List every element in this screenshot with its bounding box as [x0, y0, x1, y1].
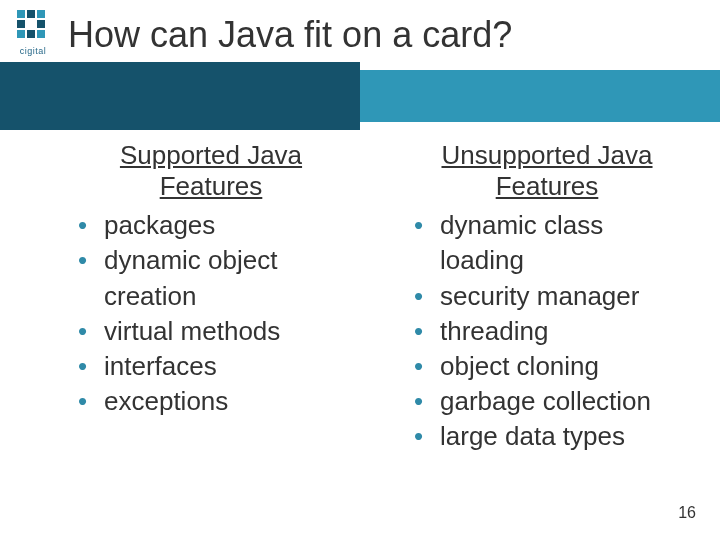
brand-logo: cigital [8, 8, 58, 58]
svg-rect-7 [37, 30, 45, 38]
content-area: Supported Java Features packages dynamic… [0, 140, 720, 454]
svg-rect-6 [27, 30, 35, 38]
list-item: security manager [414, 279, 680, 314]
list-item: garbage collection [414, 384, 680, 419]
list-item: dynamic object creation [78, 243, 344, 313]
list-item: large data types [414, 419, 680, 454]
slide-title: How can Java fit on a card? [68, 14, 512, 56]
logo-text: cigital [8, 46, 58, 56]
logo-mark-icon [15, 8, 51, 44]
list-item: interfaces [78, 349, 344, 384]
list-item: dynamic class loading [414, 208, 680, 278]
unsupported-list: dynamic class loading security manager t… [414, 208, 680, 454]
svg-rect-5 [17, 30, 25, 38]
list-item: exceptions [78, 384, 344, 419]
page-number: 16 [678, 504, 696, 522]
svg-rect-4 [37, 20, 45, 28]
list-item: virtual methods [78, 314, 344, 349]
supported-column: Supported Java Features packages dynamic… [0, 140, 374, 454]
svg-rect-3 [17, 20, 25, 28]
decor-band-dark [0, 62, 360, 130]
supported-heading: Supported Java Features [78, 140, 344, 202]
svg-rect-0 [17, 10, 25, 18]
svg-rect-1 [27, 10, 35, 18]
unsupported-heading: Unsupported Java Features [414, 140, 680, 202]
supported-list: packages dynamic object creation virtual… [78, 208, 344, 419]
list-item: object cloning [414, 349, 680, 384]
list-item: threading [414, 314, 680, 349]
list-item: packages [78, 208, 344, 243]
unsupported-column: Unsupported Java Features dynamic class … [374, 140, 720, 454]
svg-rect-2 [37, 10, 45, 18]
